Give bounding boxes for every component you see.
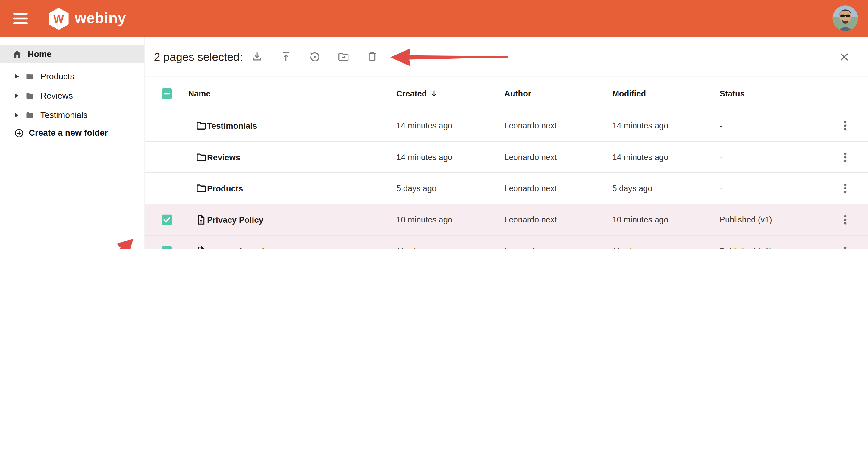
column-header-created[interactable]: Created — [396, 89, 438, 98]
sidebar-item-home[interactable]: Home — [0, 45, 144, 63]
folder-icon — [195, 183, 207, 194]
row-checkbox[interactable] — [161, 215, 172, 225]
row-actions-menu-button[interactable] — [838, 149, 852, 165]
menu-icon[interactable] — [13, 13, 28, 24]
checkmark-icon — [161, 246, 172, 249]
page-icon — [195, 214, 207, 226]
column-header-modified[interactable]: Modified — [612, 89, 646, 98]
row-status: - — [720, 184, 722, 193]
sidebar-item-label: Testimonials — [40, 110, 88, 120]
caret-right-icon[interactable] — [15, 74, 19, 79]
close-icon — [838, 51, 850, 63]
sidebar-item-label: Home — [28, 49, 52, 59]
caret-right-icon[interactable] — [15, 113, 19, 118]
kebab-menu-icon — [839, 182, 851, 195]
row-name[interactable]: Terms of Service — [207, 247, 273, 249]
table-row[interactable]: Products 5 days ago Leonardo next 5 days… — [144, 173, 868, 204]
column-header-name[interactable]: Name — [188, 89, 210, 98]
trash-icon — [366, 50, 378, 63]
row-modified: 14 minutes ago — [612, 153, 668, 161]
page-icon — [195, 245, 207, 249]
sidebar-item-reviews[interactable]: Reviews — [0, 87, 144, 105]
row-name[interactable]: Testimonials — [207, 121, 257, 130]
move-to-folder-icon — [337, 50, 350, 63]
row-status: - — [720, 121, 722, 130]
publish-icon — [279, 50, 292, 63]
table-row[interactable]: Reviews 14 minutes ago Leonardo next 14 … — [144, 142, 868, 173]
page-list-panel: 2 pages selected: — [144, 37, 868, 249]
kebab-menu-icon — [839, 244, 851, 249]
checkmark-icon — [161, 215, 172, 225]
top-app-bar: W webiny — [0, 0, 868, 37]
row-name[interactable]: Products — [207, 184, 243, 193]
column-header-status[interactable]: Status — [720, 89, 745, 98]
row-author: Leonardo next — [504, 247, 557, 249]
column-header-author[interactable]: Author — [504, 89, 531, 98]
sidebar-item-testimonials[interactable]: Testimonials — [0, 106, 144, 124]
user-avatar[interactable] — [832, 5, 858, 31]
row-checkbox[interactable] — [161, 246, 172, 249]
row-status: Published (v1) — [720, 215, 772, 224]
brand-wordmark: webiny — [75, 10, 126, 27]
row-created: 5 days ago — [396, 184, 436, 193]
row-name[interactable]: Privacy Policy — [207, 215, 264, 224]
create-folder-label: Create a new folder — [29, 128, 108, 138]
publish-button[interactable] — [275, 46, 296, 67]
sidebar-item-label: Products — [40, 71, 74, 82]
folder-icon — [25, 71, 35, 82]
table-row[interactable]: Privacy Policy 10 minutes ago Leonardo n… — [144, 204, 868, 236]
row-name[interactable]: Reviews — [207, 152, 240, 161]
row-modified: 14 minutes ago — [612, 121, 668, 130]
create-new-folder-button[interactable]: Create a new folder — [0, 124, 144, 142]
folder-icon — [25, 110, 35, 120]
svg-text:W: W — [53, 13, 64, 25]
row-author: Leonardo next — [504, 121, 557, 130]
circle-plus-icon — [14, 127, 24, 138]
row-author: Leonardo next — [504, 215, 557, 224]
row-created: 11 minutes ago — [396, 247, 452, 249]
close-selection-button[interactable] — [836, 49, 852, 65]
sidebar-item-label: Reviews — [40, 91, 73, 101]
webiny-logo: W webiny — [49, 0, 126, 37]
delete-button[interactable] — [361, 46, 382, 67]
restore-history-icon — [308, 50, 321, 63]
row-status: - — [720, 153, 722, 161]
row-created: 14 minutes ago — [396, 121, 453, 130]
table-row[interactable]: Terms of Service 11 minutes ago Leonardo… — [144, 236, 868, 249]
caret-right-icon[interactable] — [15, 93, 19, 98]
bulk-actions-bar: 2 pages selected: — [144, 37, 868, 77]
webiny-page-manager: W webiny HomeProductsReviewsTestimonials — [0, 0, 868, 249]
row-actions-menu-button[interactable] — [838, 180, 852, 196]
row-author: Leonardo next — [504, 184, 557, 193]
row-actions-menu-button[interactable] — [838, 211, 852, 228]
folder-tree-sidebar: HomeProductsReviewsTestimonials Create a… — [0, 37, 145, 249]
sort-desc-arrow-icon — [430, 89, 438, 98]
row-modified: 10 minutes ago — [612, 215, 668, 224]
download-icon — [250, 50, 263, 63]
row-status: Published (v1) — [720, 247, 772, 249]
folder-icon — [25, 91, 35, 101]
select-all-checkbox[interactable] — [161, 88, 172, 98]
webiny-hexagon-logo-icon: W — [49, 7, 69, 30]
kebab-menu-icon — [839, 213, 851, 226]
row-actions-menu-button[interactable] — [838, 243, 852, 249]
folder-icon — [195, 151, 207, 163]
move-to-folder-button[interactable] — [333, 46, 354, 67]
row-modified: 5 days ago — [612, 184, 652, 193]
folder-icon — [195, 120, 207, 131]
row-actions-menu-button[interactable] — [838, 117, 852, 134]
table-header-row: Name Created Author Modified Status — [144, 76, 868, 110]
sidebar-item-products[interactable]: Products — [0, 67, 144, 86]
row-created: 10 minutes ago — [396, 215, 453, 224]
avatar-photo-icon — [832, 5, 858, 31]
row-created: 14 minutes ago — [396, 153, 453, 161]
table-row[interactable]: Testimonials 14 minutes ago Leonardo nex… — [144, 110, 868, 142]
home-icon — [12, 49, 22, 59]
download-button[interactable] — [246, 46, 267, 67]
kebab-menu-icon — [839, 150, 851, 164]
selected-count-label: 2 pages selected: — [154, 50, 243, 63]
restore-button[interactable] — [304, 46, 325, 67]
row-author: Leonardo next — [504, 153, 557, 161]
kebab-menu-icon — [839, 119, 851, 132]
table-body: Testimonials 14 minutes ago Leonardo nex… — [144, 110, 868, 249]
